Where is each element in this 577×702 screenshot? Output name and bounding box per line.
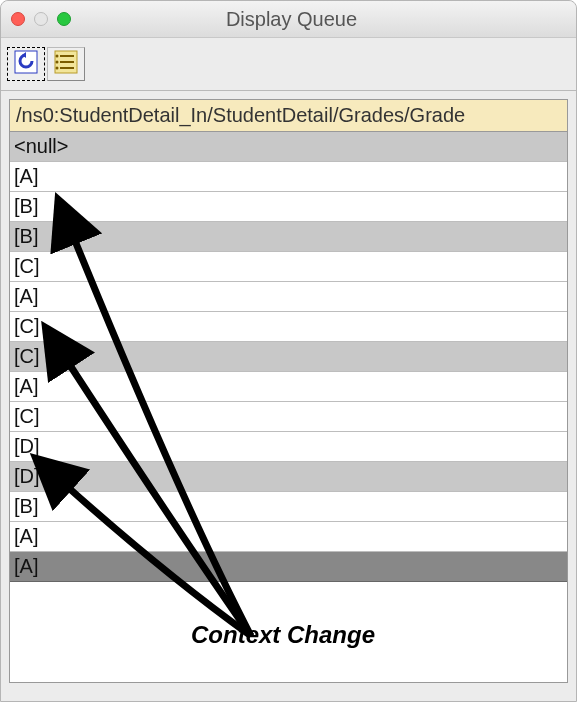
queue-row[interactable]: [D]	[10, 432, 567, 462]
queue-row[interactable]: [A]	[10, 552, 567, 582]
refresh-icon	[14, 50, 38, 78]
list-button[interactable]	[47, 47, 85, 81]
queue-row[interactable]: [B]	[10, 222, 567, 252]
queue-row[interactable]: [A]	[10, 162, 567, 192]
queue-row[interactable]: [A]	[10, 372, 567, 402]
queue-row[interactable]: [C]	[10, 342, 567, 372]
titlebar: Display Queue	[1, 1, 576, 38]
window: Display Queue	[0, 0, 577, 702]
svg-point-8	[56, 67, 59, 70]
queue-row[interactable]: [C]	[10, 402, 567, 432]
queue-row[interactable]: [A]	[10, 522, 567, 552]
svg-point-7	[56, 61, 59, 64]
queue-row[interactable]: [B]	[10, 192, 567, 222]
list-icon	[54, 50, 78, 78]
queue-row[interactable]: <null>	[10, 132, 567, 162]
annotation-label: Context Change	[191, 621, 375, 649]
queue-panel: /ns0:StudentDetail_In/StudentDetail/Grad…	[9, 99, 568, 683]
queue-row[interactable]: [C]	[10, 252, 567, 282]
queue-row[interactable]: [A]	[10, 282, 567, 312]
svg-point-6	[56, 55, 59, 58]
refresh-button[interactable]	[7, 47, 45, 81]
queue-row[interactable]: [C]	[10, 312, 567, 342]
path-header[interactable]: /ns0:StudentDetail_In/StudentDetail/Grad…	[9, 99, 568, 132]
window-title: Display Queue	[17, 8, 566, 31]
queue-row[interactable]: [B]	[10, 492, 567, 522]
toolbar	[1, 38, 576, 91]
rows-container: <null>[A][B][B][C][A][C][C][A][C][D][D][…	[9, 132, 568, 582]
queue-row[interactable]: [D]	[10, 462, 567, 492]
